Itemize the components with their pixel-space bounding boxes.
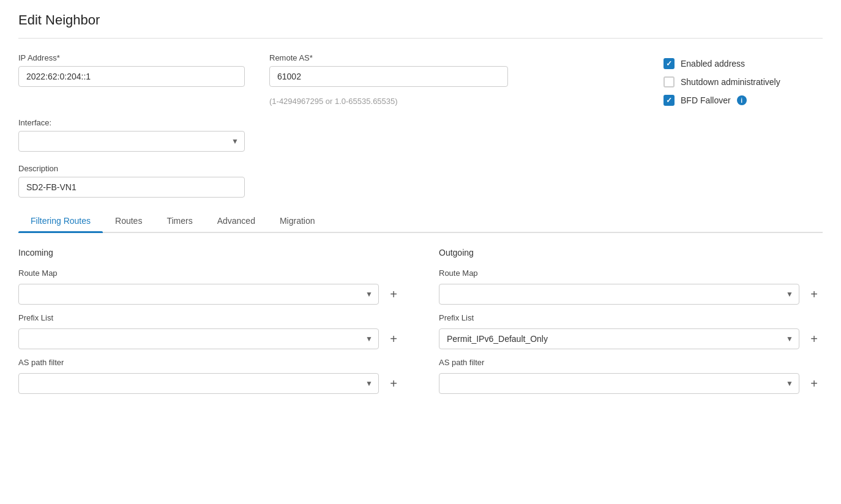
enabled-address-row[interactable]: Enabled address — [663, 58, 823, 69]
outgoing-route-map-add-button[interactable]: + — [805, 286, 823, 303]
tabs-row: Filtering Routes Routes Timers Advanced … — [18, 210, 823, 233]
incoming-route-map-label: Route Map — [18, 269, 402, 278]
incoming-as-path-row: ▼ + — [18, 373, 402, 394]
interface-select[interactable] — [18, 131, 245, 152]
description-label: Description — [18, 164, 245, 173]
enabled-address-checkbox[interactable] — [663, 58, 675, 69]
outgoing-as-path-select-wrapper: ▼ — [439, 373, 799, 394]
incoming-route-map-group: Route Map ▼ + — [18, 269, 402, 305]
outgoing-as-path-label: AS path filter — [439, 358, 823, 367]
outgoing-route-map-row: ▼ + — [439, 284, 823, 305]
enabled-address-label: Enabled address — [681, 59, 745, 69]
outgoing-column: Outgoing Route Map ▼ + Prefix List — [439, 248, 823, 394]
outgoing-as-path-row: ▼ + — [439, 373, 823, 394]
outgoing-prefix-list-select-wrapper: Permit_IPv6_Default_Only ▼ — [439, 328, 799, 349]
incoming-as-path-select-wrapper: ▼ — [18, 373, 379, 394]
incoming-route-map-select-wrapper: ▼ — [18, 284, 379, 305]
outgoing-route-map-label: Route Map — [439, 269, 823, 278]
incoming-as-path-select[interactable] — [18, 373, 379, 394]
incoming-as-path-add-button[interactable]: + — [385, 375, 402, 392]
shutdown-admin-row[interactable]: Shutdown administratively — [663, 76, 823, 87]
outgoing-as-path-group: AS path filter ▼ + — [439, 358, 823, 394]
outgoing-route-map-select-wrapper: ▼ — [439, 284, 799, 305]
interface-group: Interface: ▼ — [18, 118, 245, 152]
ip-address-label: IP Address* — [18, 53, 245, 62]
outgoing-route-map-group: Route Map ▼ + — [439, 269, 823, 305]
incoming-as-path-group: AS path filter ▼ + — [18, 358, 402, 394]
incoming-prefix-list-row: ▼ + — [18, 328, 402, 349]
tab-routes[interactable]: Routes — [103, 210, 154, 232]
description-group: Description — [18, 164, 245, 198]
bfd-fallover-checkbox[interactable] — [663, 95, 675, 106]
incoming-title: Incoming — [18, 248, 402, 258]
outgoing-prefix-list-group: Prefix List Permit_IPv6_Default_Only ▼ + — [439, 313, 823, 349]
outgoing-prefix-list-row: Permit_IPv6_Default_Only ▼ + — [439, 328, 823, 349]
outgoing-title: Outgoing — [439, 248, 823, 258]
page-title: Edit Neighbor — [18, 12, 823, 39]
remote-as-label: Remote AS* — [269, 53, 508, 62]
incoming-prefix-list-group: Prefix List ▼ + — [18, 313, 402, 349]
incoming-prefix-list-select[interactable] — [18, 328, 379, 349]
ip-address-input[interactable] — [18, 66, 245, 87]
incoming-prefix-list-add-button[interactable]: + — [385, 330, 402, 347]
description-input[interactable] — [18, 177, 245, 198]
checkboxes-group: Enabled address Shutdown administrativel… — [663, 53, 823, 106]
tab-migration[interactable]: Migration — [267, 210, 327, 232]
tab-timers[interactable]: Timers — [154, 210, 204, 232]
bfd-info-icon[interactable]: i — [737, 95, 747, 105]
incoming-route-map-add-button[interactable]: + — [385, 286, 402, 303]
bfd-fallover-row[interactable]: BFD Fallover i — [663, 95, 823, 106]
remote-as-input[interactable] — [269, 66, 508, 87]
remote-as-group: Remote AS* (1-4294967295 or 1.0-65535.65… — [269, 53, 508, 106]
outgoing-as-path-select[interactable] — [439, 373, 799, 394]
outgoing-route-map-select[interactable] — [439, 284, 799, 305]
filtering-section: Incoming Route Map ▼ + Prefix List — [18, 248, 823, 394]
interface-label: Interface: — [18, 118, 245, 127]
incoming-route-map-select[interactable] — [18, 284, 379, 305]
shutdown-admin-checkbox[interactable] — [663, 76, 675, 87]
bfd-fallover-label: BFD Fallover — [681, 95, 731, 105]
outgoing-prefix-list-select[interactable]: Permit_IPv6_Default_Only — [439, 328, 799, 349]
incoming-as-path-label: AS path filter — [18, 358, 402, 367]
ip-address-group: IP Address* — [18, 53, 245, 87]
incoming-column: Incoming Route Map ▼ + Prefix List — [18, 248, 402, 394]
outgoing-prefix-list-add-button[interactable]: + — [805, 330, 823, 347]
incoming-route-map-row: ▼ + — [18, 284, 402, 305]
outgoing-as-path-add-button[interactable]: + — [805, 375, 823, 392]
outgoing-prefix-list-label: Prefix List — [439, 313, 823, 322]
incoming-prefix-list-select-wrapper: ▼ — [18, 328, 379, 349]
incoming-prefix-list-label: Prefix List — [18, 313, 402, 322]
tab-advanced[interactable]: Advanced — [205, 210, 267, 232]
tab-filtering-routes[interactable]: Filtering Routes — [18, 210, 103, 232]
remote-as-hint: (1-4294967295 or 1.0-65535.65535) — [269, 91, 508, 106]
interface-select-wrapper: ▼ — [18, 131, 245, 152]
shutdown-admin-label: Shutdown administratively — [681, 77, 780, 87]
